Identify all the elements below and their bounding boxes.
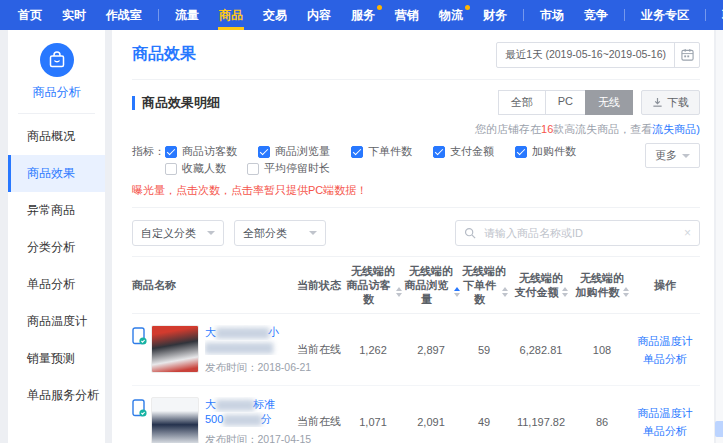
notice-text: 您的店铺存在 xyxy=(475,123,541,135)
section-title: 商品效果明细 xyxy=(132,94,220,112)
table-header-row: 商品名称当前状态无线端的商品访客数无线端的商品浏览量无线端的下单件数无线端的支付… xyxy=(132,256,700,314)
column-header-line2: 商品浏览量 xyxy=(402,278,460,306)
nav-item-label: 业务专区 xyxy=(641,8,689,22)
sort-caret-icon[interactable] xyxy=(562,287,568,297)
product-name-link[interactable]: 大▇▇▇▇▇▇▇小▇▇▇▇▇▇▇▇▇ xyxy=(205,325,294,355)
column-header-line1: 无线端的 xyxy=(344,264,402,278)
action-link[interactable]: 单品分析 xyxy=(630,350,700,368)
nav-item-label: 服务 xyxy=(351,8,375,22)
product-name-link[interactable]: 大▇▇▇▇▇标准500▇▇▇▇▇分 xyxy=(205,397,294,427)
indicator-checkbox[interactable]: 支付金额 xyxy=(433,143,494,160)
product-thumbnail[interactable] xyxy=(151,325,199,373)
column-header-text: 下单件数 xyxy=(460,278,499,306)
nav-item[interactable]: 物流 xyxy=(429,0,473,30)
indicator-checkbox[interactable]: 商品访客数 xyxy=(165,143,237,160)
nav-item[interactable]: 营销 xyxy=(385,0,429,30)
column-header-carts[interactable]: 无线端的加购件数 xyxy=(574,271,630,299)
search-input[interactable] xyxy=(482,226,684,240)
date-range-text: 最近1天 (2019-05-16~2019-05-16) xyxy=(497,48,674,62)
sidebar-item[interactable]: 单品分析 xyxy=(8,266,105,303)
date-range-picker[interactable]: 最近1天 (2019-05-16~2019-05-16) xyxy=(496,42,700,68)
sidebar-item[interactable]: 单品服务分析 xyxy=(8,377,105,414)
nav-item[interactable]: 交易 xyxy=(253,0,297,30)
sidebar-item[interactable]: 商品效果 xyxy=(8,155,105,192)
indicator-label: 商品访客数 xyxy=(182,143,237,160)
metric-carts: 108 xyxy=(574,344,630,356)
column-header-orders[interactable]: 无线端的下单件数 xyxy=(460,264,508,306)
download-button[interactable]: 下载 xyxy=(641,90,700,115)
action-link[interactable]: 单品分析 xyxy=(630,422,700,440)
page: 首页实时作战室流量商品交易内容服务营销物流财务市场竞争业务专区取数学院 商品分析… xyxy=(0,0,723,443)
indicator-checkbox[interactable]: 平均停留时长 xyxy=(247,160,330,177)
section-row: 商品效果明细 全部PC无线 下载 xyxy=(132,90,700,115)
nav-item[interactable]: 流量 xyxy=(165,0,209,30)
product-name-text: 500 xyxy=(205,413,223,425)
clear-search-icon[interactable]: × xyxy=(684,227,691,239)
sidebar-item[interactable]: 异常商品 xyxy=(8,192,105,229)
loss-products-link[interactable]: 流失商品) xyxy=(652,123,700,135)
column-header-payment[interactable]: 无线端的支付金额 xyxy=(508,271,574,299)
nav-item[interactable]: 首页 xyxy=(8,0,52,30)
sort-caret-icon[interactable] xyxy=(623,287,629,297)
nav-item-label: 作战室 xyxy=(106,8,142,22)
action-link[interactable]: 商品温度计 xyxy=(630,404,700,422)
view-filter-button[interactable]: 全部 xyxy=(498,90,546,115)
sidebar-title: 商品分析 xyxy=(8,84,105,101)
column-header-visitors[interactable]: 无线端的商品访客数 xyxy=(344,264,402,306)
indicator-checkbox[interactable]: 加购件数 xyxy=(515,143,576,160)
scrollbar-gutter[interactable] xyxy=(716,30,723,443)
nav-item[interactable]: 业务专区 xyxy=(631,0,699,30)
sidebar-item[interactable]: 商品概况 xyxy=(8,118,105,155)
nav-item[interactable]: 取数 xyxy=(712,0,723,30)
chevron-down-icon xyxy=(682,154,690,158)
action-link[interactable]: 商品温度计 xyxy=(630,332,700,350)
nav-item[interactable]: 市场 xyxy=(530,0,574,30)
product-thumbnail[interactable] xyxy=(151,397,199,443)
product-name-line: 大▇▇▇▇▇▇▇小 xyxy=(205,325,294,340)
product-name-text: 标准 xyxy=(253,398,275,410)
product-cell: 大▇▇▇▇▇标准500▇▇▇▇▇分发布时间：2017-04-15 xyxy=(132,397,294,443)
checkbox-icon xyxy=(433,146,445,158)
sidebar-item[interactable]: 商品温度计 xyxy=(8,303,105,340)
indicator-checkbox[interactable]: 收藏人数 xyxy=(165,160,226,177)
main-content: 商品效果 最近1天 (2019-05-16~2019-05-16) xyxy=(112,30,714,443)
view-filter-button[interactable]: 无线 xyxy=(585,90,633,115)
sidebar-item[interactable]: 销量预测 xyxy=(8,340,105,377)
all-category-dropdown[interactable]: 全部分类 xyxy=(234,220,326,246)
nav-item[interactable]: 竞争 xyxy=(574,0,618,30)
nav-item[interactable]: 商品 xyxy=(209,0,253,30)
nav-item[interactable]: 内容 xyxy=(297,0,341,30)
sidebar-item[interactable]: 分类分析 xyxy=(8,229,105,266)
column-header-line2: 商品访客数 xyxy=(344,278,402,306)
column-header-views[interactable]: 无线端的商品浏览量 xyxy=(402,264,460,306)
checkbox-icon xyxy=(165,163,177,175)
metric-orders: 49 xyxy=(460,416,508,428)
checkbox-icon xyxy=(165,146,177,158)
indicator-checkbox[interactable]: 商品浏览量 xyxy=(258,143,330,160)
metric-payment: 6,282.81 xyxy=(508,344,574,356)
back-to-top-button[interactable] xyxy=(715,421,723,437)
product-name-text: ▇▇▇▇▇▇▇▇▇ xyxy=(205,341,272,353)
download-label: 下载 xyxy=(667,95,689,110)
metric-views: 2,091 xyxy=(402,416,460,428)
sidebar-divider xyxy=(18,113,95,114)
nav-item[interactable]: 实时 xyxy=(52,0,96,30)
all-category-label: 全部分类 xyxy=(243,226,287,241)
download-icon xyxy=(652,97,663,108)
column-header-text: 商品访客数 xyxy=(344,278,393,306)
main-header: 商品效果 最近1天 (2019-05-16~2019-05-16) xyxy=(132,30,700,80)
publish-date: 发布时间：2017-04-15 xyxy=(205,433,294,443)
more-label: 更多 xyxy=(655,148,677,163)
view-filter-button[interactable]: PC xyxy=(545,90,586,115)
indicator-checkbox[interactable]: 下单件数 xyxy=(351,143,412,160)
column-header-text: 加购件数 xyxy=(576,285,620,299)
nav-item[interactable]: 作战室 xyxy=(96,0,152,30)
custom-category-dropdown[interactable]: 自定义分类 xyxy=(132,220,224,246)
nav-item-label: 交易 xyxy=(263,8,287,22)
loss-notice: 您的店铺存在16款高流失商品，查看流失商品) xyxy=(132,122,700,136)
more-indicators-button[interactable]: 更多 xyxy=(645,143,700,168)
nav-item[interactable]: 财务 xyxy=(473,0,517,30)
calendar-icon[interactable] xyxy=(674,43,699,67)
nav-item[interactable]: 服务 xyxy=(341,0,385,30)
column-header-line1: 无线端的 xyxy=(508,271,574,285)
